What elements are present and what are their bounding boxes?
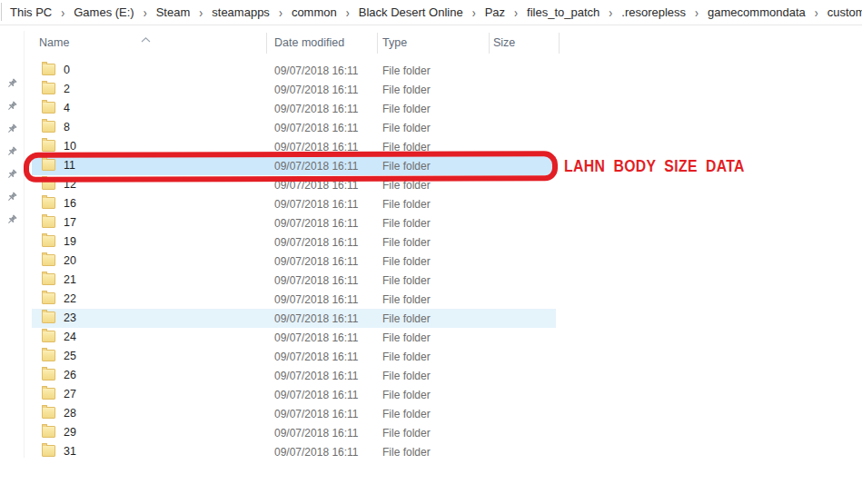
file-name: 4 — [64, 102, 70, 114]
breadcrumb-item[interactable]: customization — [826, 5, 862, 20]
pushpin-icon[interactable] — [6, 144, 17, 155]
file-row[interactable]: 2709/07/2018 16:11File folder — [32, 385, 556, 404]
file-row[interactable]: 1609/07/2018 16:11File folder — [32, 194, 556, 213]
breadcrumb-item[interactable]: Paz — [483, 5, 507, 20]
date-modified: 09/07/2018 16:11 — [274, 198, 359, 211]
file-row[interactable]: 209/07/2018 16:11File folder — [32, 80, 556, 99]
file-row[interactable]: 2209/07/2018 16:11File folder — [32, 290, 556, 309]
folder-icon — [42, 292, 55, 304]
breadcrumb-item[interactable]: steamapps — [210, 5, 272, 20]
breadcrumb-separator-icon: › — [472, 5, 476, 19]
file-type: File folder — [382, 141, 431, 153]
breadcrumb-item[interactable]: Steam — [154, 5, 193, 20]
date-modified: 09/07/2018 16:11 — [274, 293, 359, 306]
file-type: File folder — [382, 293, 431, 306]
column-header-type[interactable]: Type — [382, 36, 407, 49]
pushpin-icon[interactable] — [6, 122, 17, 133]
file-name: 21 — [64, 273, 76, 286]
file-name: 20 — [64, 254, 76, 267]
file-type: File folder — [382, 103, 431, 115]
folder-icon — [42, 273, 55, 285]
sort-ascending-icon — [141, 30, 151, 46]
breadcrumb-item[interactable]: gamecommondata — [706, 5, 808, 20]
pushpin-icon[interactable] — [6, 76, 17, 87]
date-modified: 09/07/2018 16:11 — [274, 408, 359, 420]
column-resize-handle[interactable] — [559, 33, 560, 54]
pushpin-icon[interactable] — [6, 212, 17, 223]
file-name: 12 — [64, 178, 76, 191]
pushpin-icon[interactable] — [6, 167, 17, 178]
nav-pane-divider — [24, 31, 25, 458]
folder-icon — [42, 254, 55, 266]
file-row[interactable]: 2609/07/2018 16:11File folder — [32, 366, 556, 385]
file-row[interactable]: 2809/07/2018 16:11File folder — [32, 404, 556, 423]
breadcrumb-separator-icon: › — [61, 5, 64, 19]
column-resize-handle[interactable] — [489, 33, 490, 54]
pushpin-icon[interactable] — [6, 99, 17, 110]
file-row[interactable]: 1909/07/2018 16:11File folder — [32, 232, 556, 252]
column-header-date-modified[interactable]: Date modified — [274, 36, 344, 49]
file-row[interactable]: 1709/07/2018 16:11File folder — [32, 213, 556, 232]
column-resize-handle[interactable] — [377, 33, 378, 54]
file-row[interactable]: 2109/07/2018 16:11File folder — [32, 271, 556, 290]
folder-icon — [42, 426, 55, 438]
column-header-name[interactable]: Name — [39, 36, 69, 49]
file-name: 24 — [64, 331, 76, 343]
file-row[interactable]: 009/07/2018 16:11File folder — [32, 61, 556, 80]
date-modified: 09/07/2018 16:11 — [274, 217, 359, 230]
date-modified: 09/07/2018 16:11 — [274, 84, 359, 96]
date-modified: 09/07/2018 16:11 — [274, 427, 359, 440]
file-row[interactable]: 1109/07/2018 16:11File folder — [32, 156, 556, 175]
file-type: File folder — [382, 122, 431, 134]
folder-icon — [42, 102, 55, 114]
date-modified: 09/07/2018 16:11 — [274, 179, 359, 192]
file-type: File folder — [382, 312, 431, 325]
file-name: 2 — [64, 83, 70, 95]
file-name: 28 — [64, 407, 76, 420]
column-headers: Name Date modified Type Size — [0, 29, 862, 56]
breadcrumb-item[interactable]: .resorepless — [619, 5, 688, 20]
folder-icon — [42, 331, 55, 342]
breadcrumb-item[interactable]: common — [290, 5, 339, 20]
file-name: 22 — [64, 292, 76, 305]
date-modified: 09/07/2018 16:11 — [274, 312, 359, 325]
breadcrumb-separator-icon: › — [144, 5, 147, 19]
breadcrumb-item[interactable]: Black Desert Online — [357, 5, 465, 20]
folder-icon — [42, 369, 55, 380]
date-modified: 09/07/2018 16:11 — [274, 446, 359, 459]
breadcrumb: This PC›Games (E:)›Steam›steamapps›commo… — [0, 0, 862, 25]
date-modified: 09/07/2018 16:11 — [274, 141, 359, 153]
file-name: 8 — [64, 121, 70, 133]
column-header-size[interactable]: Size — [493, 36, 515, 49]
file-row[interactable]: 2009/07/2018 16:11File folder — [32, 252, 556, 271]
file-row[interactable]: 2509/07/2018 16:11File folder — [32, 347, 556, 366]
pushpin-icon[interactable] — [6, 190, 17, 201]
quick-access-pins — [0, 0, 24, 504]
file-type: File folder — [382, 427, 431, 440]
breadcrumb-item[interactable]: Games (E:) — [72, 5, 135, 20]
file-name: 10 — [64, 140, 76, 153]
file-row[interactable]: 2309/07/2018 16:11File folder — [32, 309, 556, 328]
file-row[interactable]: 1209/07/2018 16:11File folder — [32, 175, 556, 194]
file-row[interactable]: 2409/07/2018 16:11File folder — [32, 328, 556, 347]
breadcrumb-separator-icon: › — [346, 5, 350, 19]
breadcrumb-item[interactable]: files_to_patch — [525, 5, 601, 20]
folder-icon — [42, 407, 55, 419]
folder-icon — [42, 350, 55, 361]
file-row[interactable]: 3109/07/2018 16:11File folder — [32, 442, 556, 461]
file-row[interactable]: 409/07/2018 16:11File folder — [32, 99, 556, 118]
file-type: File folder — [382, 446, 431, 459]
file-row[interactable]: 2909/07/2018 16:11File folder — [32, 423, 556, 442]
file-row[interactable]: 809/07/2018 16:11File folder — [32, 118, 556, 137]
file-name: 26 — [64, 369, 76, 381]
file-type: File folder — [382, 217, 431, 230]
date-modified: 09/07/2018 16:11 — [274, 389, 359, 401]
file-name: 11 — [64, 159, 75, 172]
folder-icon — [42, 121, 55, 133]
file-type: File folder — [382, 236, 431, 249]
file-row[interactable]: 1009/07/2018 16:11File folder — [32, 137, 556, 156]
column-resize-handle[interactable] — [266, 33, 267, 54]
file-list: 009/07/2018 16:11File folder209/07/2018 … — [32, 61, 556, 461]
date-modified: 09/07/2018 16:11 — [274, 160, 359, 173]
folder-icon — [42, 216, 55, 228]
